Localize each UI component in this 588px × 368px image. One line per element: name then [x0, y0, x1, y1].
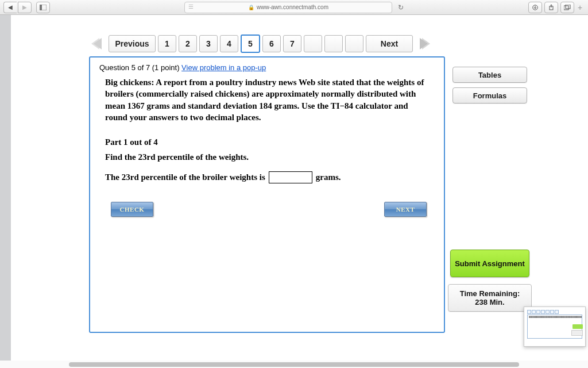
time-remaining-box: Time Remaining: 238 Min.	[448, 284, 532, 312]
svg-rect-4	[564, 6, 568, 10]
timer-title: Time Remaining:	[451, 289, 529, 298]
pager-page-1[interactable]: 1	[158, 35, 176, 52]
part-label: Part 1 out of 4	[105, 136, 432, 148]
share-button[interactable]	[544, 2, 558, 13]
answer-after-text: grams.	[316, 172, 341, 182]
nav-back-button[interactable]: ◀	[3, 2, 17, 13]
nav-forward-button[interactable]: ▶	[18, 2, 32, 13]
url-text: www-awn.connectmath.com	[257, 4, 328, 10]
pager-page-4[interactable]: 4	[220, 35, 238, 52]
horizontal-scrollbar[interactable]	[0, 361, 588, 368]
answer-line: The 23rd percentile of the broiler weigh…	[105, 171, 432, 183]
browser-toolbar: ◀ ▶ ☰ 🔒 www-awn.connectmath.com ↻ +	[0, 0, 588, 15]
pager-page-2[interactable]: 2	[179, 35, 197, 52]
refresh-icon[interactable]: ↻	[398, 3, 404, 12]
pager-page-7[interactable]: 7	[283, 35, 301, 52]
pager-page-blank-2[interactable]: .	[324, 35, 343, 52]
formulas-button[interactable]: Formulas	[452, 87, 527, 103]
view-popup-link[interactable]: View problem in a pop-up	[181, 63, 266, 72]
question-intro: Big chickens: A report from a poultry in…	[105, 76, 432, 123]
scrollbar-thumb[interactable]	[69, 362, 519, 367]
sidebar-toggle-button[interactable]	[36, 2, 50, 13]
question-header: Question 5 of 7 (1 point) View problem i…	[99, 63, 435, 72]
pager-next-button[interactable]: Next	[366, 35, 413, 52]
pager-page-6[interactable]: 6	[262, 35, 281, 52]
svg-rect-5	[566, 5, 570, 9]
preview-thumbnail[interactable]: ▓▓▓▓▓▓▓▓▓▓▓▓▓▓▓▓▓▓▓▓▓▓▓▓▓▓▓▓▓▓▓▓▓▓▓▓▓▓▓▓…	[524, 306, 586, 347]
answer-input[interactable]	[269, 171, 312, 183]
pager-arrow-prev[interactable]	[89, 35, 106, 52]
reader-icon: ☰	[188, 3, 194, 10]
part-prompt: Find the 23rd percentile of the weights.	[105, 151, 432, 163]
new-tab-button[interactable]: +	[575, 3, 585, 12]
lock-icon: 🔒	[248, 5, 254, 10]
downloads-button[interactable]	[528, 2, 542, 13]
pager-page-3[interactable]: 3	[199, 35, 218, 52]
pager-page-blank-1[interactable]: .	[304, 35, 322, 52]
left-gutter	[0, 15, 11, 368]
tabs-button[interactable]	[560, 2, 574, 13]
next-button[interactable]: NEXT	[384, 202, 427, 217]
check-button[interactable]: CHECK	[111, 202, 153, 217]
pager-page-blank-3[interactable]: .	[345, 35, 363, 52]
answer-before-text: The 23rd percentile of the broiler weigh…	[105, 172, 265, 182]
pager-page-5[interactable]: 5	[241, 34, 260, 53]
submit-assignment-button[interactable]: Submit Assignment	[450, 250, 529, 277]
pager: Previous 1 2 3 4 5 6 7 . . . Next	[89, 34, 445, 53]
question-number-text: Question 5 of 7 (1 point)	[99, 63, 181, 72]
address-bar[interactable]: ☰ 🔒 www-awn.connectmath.com	[184, 2, 392, 13]
pager-previous-button[interactable]: Previous	[109, 35, 156, 52]
timer-value: 238 Min.	[451, 298, 529, 306]
pager-arrow-next[interactable]	[415, 35, 432, 52]
svg-rect-1	[40, 5, 42, 10]
tables-button[interactable]: Tables	[452, 67, 527, 83]
question-card: Question 5 of 7 (1 point) View problem i…	[89, 56, 445, 333]
